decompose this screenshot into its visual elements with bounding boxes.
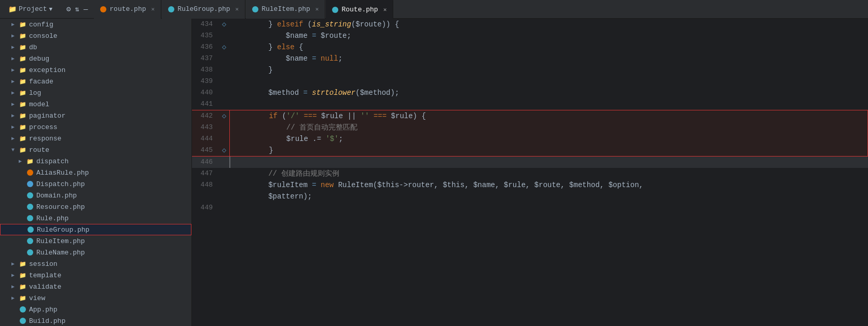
tab-bar: route.php ✕ RuleGroup.php ✕ RuleItem.php… bbox=[94, 0, 868, 19]
tab-route-label: route.php bbox=[109, 5, 146, 13]
arrow-session: ▶ bbox=[11, 261, 19, 267]
sidebar-item-facade[interactable]: ▶ 📁 facade bbox=[0, 76, 191, 87]
title-bar: 📁 Project ▼ ⚙ ⇅ — route.php ✕ RuleGroup.… bbox=[0, 0, 868, 19]
sidebar-item-domain-label: Domain.php bbox=[36, 192, 77, 200]
tab-rulegroup-label: RuleGroup.php bbox=[177, 5, 230, 13]
arrow-process: ▶ bbox=[11, 124, 19, 130]
line-num-437: 437 bbox=[192, 53, 219, 64]
gutter-442: ◇ bbox=[219, 110, 229, 122]
arrow-debug: ▶ bbox=[11, 55, 19, 62]
code-row-442: 442 ◇ if ('/' === $rule || '' === $rule)… bbox=[192, 110, 868, 122]
sidebar-item-console-label: console bbox=[29, 32, 58, 40]
sidebar-item-validate[interactable]: ▶ 📁 validate bbox=[0, 281, 191, 292]
code-line-443: // 首页自动完整匹配 bbox=[229, 122, 868, 133]
sidebar-item-dispatch[interactable]: ▶ 📁 dispatch bbox=[0, 155, 191, 167]
sidebar-item-aliasrule-label: AliasRule.php bbox=[36, 169, 89, 177]
sidebar-item-rulegroup-label: RuleGroup.php bbox=[37, 226, 89, 234]
sidebar-item-paginator[interactable]: ▶ 📁 paginator bbox=[0, 110, 191, 121]
arrow-config: ▶ bbox=[11, 21, 19, 27]
gutter-444 bbox=[219, 133, 229, 145]
gutter-440 bbox=[219, 87, 229, 98]
tab-route[interactable]: route.php ✕ bbox=[94, 0, 161, 19]
tab-ruleitem[interactable]: RuleItem.php ✕ bbox=[246, 0, 325, 19]
sidebar-item-log[interactable]: ▶ 📁 log bbox=[0, 87, 191, 98]
sidebar-item-model[interactable]: ▶ 📁 model bbox=[0, 98, 191, 110]
arrow-model: ▶ bbox=[11, 101, 19, 107]
line-num-436: 436 bbox=[192, 41, 219, 53]
sidebar-item-route[interactable]: ▼ 📁 route bbox=[0, 144, 191, 155]
sidebar-item-app[interactable]: App.php bbox=[0, 304, 191, 315]
code-row-443: 443 // 首页自动完整匹配 bbox=[192, 122, 868, 133]
arrow-dispatch: ▶ bbox=[19, 158, 26, 164]
line-num-444: 444 bbox=[192, 133, 219, 145]
gutter-448 bbox=[219, 179, 229, 191]
sidebar-item-db[interactable]: ▶ 📁 db bbox=[0, 41, 191, 53]
sidebar-item-exception[interactable]: ▶ 📁 exception bbox=[0, 64, 191, 76]
line-num-448b bbox=[192, 191, 219, 202]
sidebar-item-build[interactable]: Build.php bbox=[0, 315, 191, 326]
code-line-448: $ruleItem = new RuleItem($this->router, … bbox=[229, 179, 868, 191]
sidebar-item-dispatch-php[interactable]: Dispatch.php bbox=[0, 178, 191, 190]
folder-view-icon: 📁 bbox=[19, 294, 27, 302]
minus-icon[interactable]: — bbox=[84, 5, 88, 13]
tab-route2-icon bbox=[332, 7, 338, 13]
tab-rulegroup-close[interactable]: ✕ bbox=[236, 6, 239, 12]
gutter-448b bbox=[219, 191, 229, 202]
file-rule-icon bbox=[26, 214, 34, 222]
code-line-449 bbox=[229, 202, 868, 214]
sidebar-item-process[interactable]: ▶ 📁 process bbox=[0, 121, 191, 133]
sidebar-item-rulegroup[interactable]: RuleGroup.php bbox=[0, 224, 191, 235]
code-line-442: if ('/' === $rule || '' === $rule) { bbox=[229, 110, 868, 122]
tab-rulegroup[interactable]: RuleGroup.php ✕ bbox=[162, 0, 245, 19]
project-title[interactable]: 📁 Project ▼ bbox=[4, 5, 66, 13]
sidebar-item-aliasrule[interactable]: AliasRule.php bbox=[0, 167, 191, 178]
file-build-icon bbox=[19, 317, 27, 325]
code-row-448b: $pattern); bbox=[192, 191, 868, 202]
code-row-441: 441 bbox=[192, 98, 868, 110]
sidebar-item-config[interactable]: ▶ 📁 config bbox=[0, 19, 191, 30]
tab-ruleitem-close[interactable]: ✕ bbox=[315, 6, 319, 12]
sidebar-item-domain[interactable]: Domain.php bbox=[0, 190, 191, 201]
folder-template-icon: 📁 bbox=[19, 271, 27, 279]
code-line-441 bbox=[229, 98, 868, 110]
tab-route-close[interactable]: ✕ bbox=[151, 6, 155, 12]
sidebar-item-debug[interactable]: ▶ 📁 debug bbox=[0, 53, 191, 64]
tab-ruleitem-icon bbox=[252, 6, 258, 12]
sidebar-item-view[interactable]: ▶ 📁 view bbox=[0, 292, 191, 304]
line-num-442: 442 bbox=[192, 110, 219, 122]
line-num-443: 443 bbox=[192, 122, 219, 133]
project-dropdown-arrow[interactable]: ▼ bbox=[49, 6, 53, 12]
line-num-441: 441 bbox=[192, 98, 219, 110]
code-line-435: $name = $route; bbox=[229, 30, 868, 41]
sidebar-item-rulename[interactable]: RuleName.php bbox=[0, 247, 191, 258]
sort-icon[interactable]: ⇅ bbox=[75, 5, 79, 13]
gutter-441 bbox=[219, 98, 229, 110]
sidebar-item-template[interactable]: ▶ 📁 template bbox=[0, 270, 191, 281]
tab-rulegroup-icon bbox=[168, 6, 174, 12]
code-editor[interactable]: 434 ◇ } elseif (is_string($route)) { 435… bbox=[192, 19, 868, 326]
sidebar-item-console[interactable]: ▶ 📁 console bbox=[0, 30, 191, 41]
folder-exception-icon: 📁 bbox=[19, 66, 27, 74]
code-line-437: $name = null; bbox=[229, 53, 868, 64]
line-num-440: 440 bbox=[192, 87, 219, 98]
file-resource-icon bbox=[26, 203, 34, 211]
tab-ruleitem-label: RuleItem.php bbox=[261, 5, 310, 13]
tab-route2[interactable]: Route.php ✕ bbox=[326, 0, 393, 19]
gutter-449 bbox=[219, 202, 229, 214]
code-row-446: 446 bbox=[192, 157, 868, 168]
code-row-449: 449 bbox=[192, 202, 868, 214]
sidebar-item-session[interactable]: ▶ 📁 session bbox=[0, 258, 191, 270]
code-line-444: $rule .= '$'; bbox=[229, 133, 868, 145]
file-aliasrule-icon bbox=[26, 168, 34, 177]
sidebar-item-ruleitem[interactable]: RuleItem.php bbox=[0, 235, 191, 247]
tab-route2-close[interactable]: ✕ bbox=[383, 6, 387, 13]
folder-log-icon: 📁 bbox=[19, 89, 27, 97]
sidebar-item-rule[interactable]: Rule.php bbox=[0, 212, 191, 224]
gutter-445: ◇ bbox=[219, 145, 229, 157]
code-line-445: } bbox=[229, 145, 868, 157]
settings-icon[interactable]: ⚙ bbox=[66, 5, 71, 13]
arrow-console: ▶ bbox=[11, 33, 19, 39]
sidebar-item-resource[interactable]: Resource.php bbox=[0, 201, 191, 212]
sidebar-item-exception-label: exception bbox=[29, 66, 65, 74]
sidebar-item-response[interactable]: ▶ 📁 response bbox=[0, 133, 191, 144]
